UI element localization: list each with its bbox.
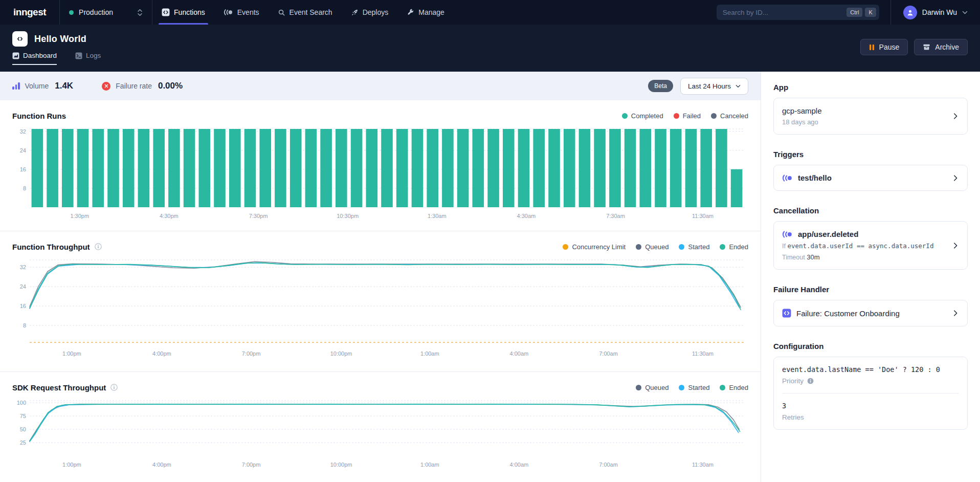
sdk-throughput-chart: 2550751001:00pm4:00pm7:00pm10:00pm1:00am… <box>12 396 748 472</box>
legend-dot-icon <box>674 113 679 119</box>
inngest-logo[interactable]: inngest <box>0 0 59 25</box>
x-tick-label: 1:00pm <box>62 350 81 357</box>
user-menu[interactable]: Darwin Wu <box>890 0 980 25</box>
sidebar-section-app: App gcp-sample 18 days ago <box>773 83 968 135</box>
chevron-down-icon <box>962 11 968 14</box>
function-runs-section: Function Runs CompletedFailedCanceled 81… <box>0 100 761 231</box>
bar <box>259 129 271 207</box>
function-throughput-section: Function Throughput Concurrency LimitQue… <box>0 231 761 371</box>
nav-event-search[interactable]: Event Search <box>269 0 342 25</box>
search-input[interactable] <box>723 9 844 16</box>
nav-deploys[interactable]: Deploys <box>342 0 398 25</box>
bar <box>290 129 302 207</box>
sdk-throughput-section: SDK Request Throughput QueuedStartedEnde… <box>0 371 761 482</box>
bar <box>473 129 484 207</box>
legend-completed: Completed <box>622 112 663 120</box>
x-tick-label: 11:30am <box>692 462 714 468</box>
x-tick-label: 1:00am <box>420 350 439 357</box>
x-tick-label: 4:30pm <box>160 213 179 219</box>
tab-logs[interactable]: Logs <box>75 52 101 65</box>
pause-button[interactable]: Pause <box>860 39 908 55</box>
bar <box>427 129 438 207</box>
x-tick-label: 7:30pm <box>249 213 268 219</box>
triggers-heading: Triggers <box>773 150 968 159</box>
content: Volume 1.4K Failure rate 0.00% Beta Last… <box>0 72 980 482</box>
dashboard-icon <box>12 52 19 59</box>
bar <box>700 129 712 207</box>
x-tick-label: 4:00pm <box>152 462 171 468</box>
app-card[interactable]: gcp-sample 18 days ago <box>773 98 968 135</box>
environment-selector[interactable]: Production <box>60 0 152 25</box>
main-column: Volume 1.4K Failure rate 0.00% Beta Last… <box>0 72 761 482</box>
x-tick-label: 1:30pm <box>70 213 89 219</box>
bar <box>320 129 332 207</box>
series-queued <box>30 404 739 441</box>
search-box[interactable]: Ctrl K <box>717 5 879 20</box>
bar <box>640 129 652 207</box>
environment-status-icon <box>69 10 74 15</box>
series-ended <box>30 262 741 310</box>
beta-badge: Beta <box>648 80 673 92</box>
x-tick-label: 7:00pm <box>242 350 261 357</box>
y-tick-label: 8 <box>23 185 26 191</box>
bar <box>138 129 150 207</box>
x-tick-label: 7:00am <box>599 462 618 468</box>
nav-functions[interactable]: Functions <box>152 0 214 25</box>
y-tick-label: 75 <box>20 413 26 419</box>
legend-ended: Ended <box>720 384 748 391</box>
legend-dot-icon <box>679 244 684 250</box>
deploys-rocket-icon <box>351 9 359 16</box>
bar <box>670 129 682 207</box>
event-icon <box>782 231 793 238</box>
time-range-select[interactable]: Last 24 Hours <box>680 78 748 95</box>
x-tick-label: 1:30am <box>428 213 447 219</box>
legend-dot-icon <box>711 113 717 119</box>
nav-events[interactable]: Events <box>214 0 269 25</box>
cancellation-card[interactable]: app/user.deleted If event.data.userId ==… <box>773 221 968 270</box>
legend-failed: Failed <box>674 112 701 120</box>
tab-dashboard[interactable]: Dashboard <box>12 52 57 65</box>
app-meta: 18 days ago <box>782 118 952 126</box>
x-tick-label: 7:00am <box>599 350 618 357</box>
retries-label: Retries <box>782 413 804 421</box>
event-search-icon <box>278 9 285 16</box>
bar <box>168 129 180 207</box>
chevron-down-icon <box>736 84 741 88</box>
chart-title: Function Throughput <box>12 243 90 251</box>
cancellation-condition: event.data.userId == async.data.userId <box>787 242 933 250</box>
sidebar-section-cancellation: Cancellation app/user.deleted If event.d… <box>773 206 968 270</box>
nav-manage[interactable]: Manage <box>397 0 454 25</box>
info-icon[interactable] <box>95 243 102 250</box>
function-throughput-legend: Concurrency LimitQueuedStartedEnded <box>563 243 748 251</box>
bar <box>381 129 393 207</box>
info-icon[interactable] <box>110 384 118 391</box>
volume-value: 1.4K <box>55 81 73 91</box>
archive-button[interactable]: Archive <box>914 39 968 55</box>
x-tick-label: 4:00pm <box>152 350 171 357</box>
y-tick-label: 24 <box>20 283 26 290</box>
info-icon[interactable] <box>807 378 814 384</box>
x-tick-label: 7:30am <box>606 213 625 219</box>
logs-icon <box>75 52 82 59</box>
app-name: gcp-sample <box>782 106 952 115</box>
function-title-row: Hello World <box>12 31 968 47</box>
sdk-throughput-legend: QueuedStartedEnded <box>636 384 748 391</box>
bar <box>625 129 636 207</box>
bar <box>47 129 58 207</box>
bar <box>442 129 454 207</box>
y-tick-label: 16 <box>20 303 26 309</box>
function-runs-header: Function Runs CompletedFailedCanceled <box>12 108 748 123</box>
legend-dot-icon <box>636 244 641 250</box>
bar <box>685 129 697 207</box>
bar <box>655 129 666 207</box>
chart-title: SDK Request Throughput <box>12 383 106 392</box>
x-tick-label: 7:00pm <box>242 462 261 468</box>
nav-label: Manage <box>418 8 444 16</box>
archive-icon <box>923 43 930 51</box>
legend-queued: Queued <box>636 384 669 391</box>
environment-label: Production <box>79 8 132 16</box>
bar <box>396 129 408 207</box>
failure-handler-card[interactable]: Failure: Customer Onboarding <box>773 300 968 326</box>
retries-value: 3 <box>782 402 959 410</box>
trigger-card[interactable]: test/hello <box>773 165 968 191</box>
